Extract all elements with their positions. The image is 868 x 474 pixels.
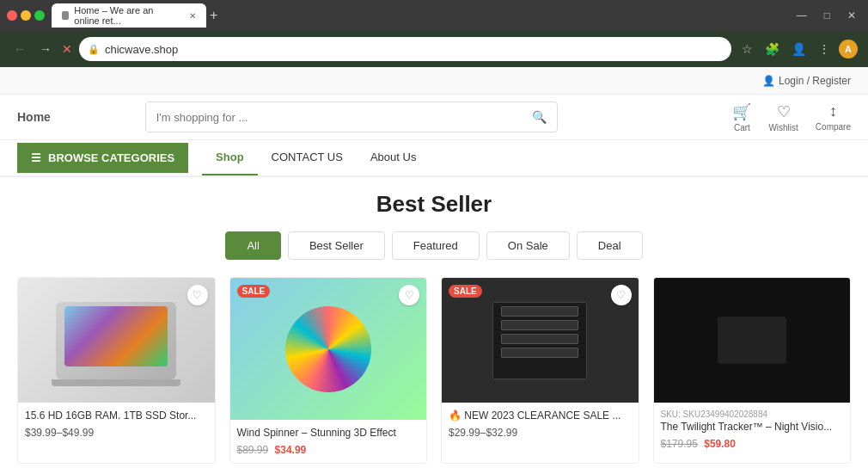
product-wishlist-btn-chest[interactable]: ♡ xyxy=(611,285,632,305)
browse-categories-button[interactable]: ☰ BROWSE CATEGORIES xyxy=(17,143,188,173)
site-header: Home 🔍 🛒 Cart ♡ Wishlist ↕ Compare xyxy=(0,95,868,140)
search-icon[interactable]: 🔍 xyxy=(532,110,547,124)
page-content: 👤 Login / Register Home 🔍 🛒 Cart ♡ Wishl… xyxy=(0,67,868,474)
tab-close-btn[interactable]: ✕ xyxy=(189,11,196,21)
product-image-laptop xyxy=(18,278,215,403)
product-wishlist-btn-spinner[interactable]: ♡ xyxy=(399,285,419,305)
browser-chrome: Home – We are an online ret... ✕ + — □ ✕ xyxy=(0,0,868,31)
product-name-spinner: Wind Spinner – Stunning 3D Effect xyxy=(237,427,420,440)
product-info-night: SKU: SKU23499402028884 The Twilight Trac… xyxy=(654,403,851,457)
compare-label: Compare xyxy=(816,122,851,132)
nav-link-about[interactable]: About Us xyxy=(357,140,430,175)
price-range-chest: $29.99–$32.99 xyxy=(449,427,517,439)
new-tab-button[interactable]: + xyxy=(210,8,217,23)
product-name-chest: 🔥 NEW 2023 CLEARANCE SALE ... xyxy=(449,409,632,423)
chest-drawer-1 xyxy=(501,306,578,317)
forward-button[interactable]: → xyxy=(36,39,55,59)
tab-favicon xyxy=(62,11,69,20)
tab-bar: Home – We are an online ret... ✕ + xyxy=(52,3,785,28)
product-wishlist-btn-laptop[interactable]: ♡ xyxy=(187,285,208,305)
night-device-shape xyxy=(718,317,786,364)
product-badge-spinner: SALE xyxy=(237,285,271,298)
filter-tab-deal[interactable]: Deal xyxy=(577,231,643,260)
url-text: chicwave.shop xyxy=(105,43,723,56)
nav-link-contact[interactable]: CONTACT US xyxy=(258,140,357,175)
reload-button[interactable]: ✕ xyxy=(62,42,72,56)
laptop-shape xyxy=(56,302,176,379)
bookmark-btn[interactable]: ☆ xyxy=(738,39,756,59)
profile-btn[interactable]: 👤 xyxy=(788,39,810,59)
original-price-night: $179.95 xyxy=(661,438,698,450)
laptop-screen xyxy=(64,306,168,366)
nav-bar: ☰ BROWSE CATEGORIES Shop CONTACT US Abou… xyxy=(0,140,868,177)
product-grid: ♡ 15.6 HD 16GB RAM. 1TB SSD Stor... $39.… xyxy=(17,277,851,464)
filter-tab-best-seller[interactable]: Best Seller xyxy=(288,231,385,260)
search-input[interactable] xyxy=(156,111,525,124)
browser-action-buttons: ☆ 🧩 👤 ⋮ A xyxy=(738,39,858,59)
login-register-link[interactable]: 👤 Login / Register xyxy=(762,75,851,87)
browser-window-controls xyxy=(7,10,45,21)
wishlist-action[interactable]: ♡ Wishlist xyxy=(768,102,798,132)
product-price-laptop: $39.99–$49.99 xyxy=(25,427,208,439)
address-bar: ← → ✕ 🔒 chicwave.shop ☆ 🧩 👤 ⋮ A xyxy=(0,31,868,67)
active-tab[interactable]: Home – We are an online ret... ✕ xyxy=(52,3,206,28)
product-price-night: $179.95 $59.80 xyxy=(661,438,844,450)
product-price-spinner: $89.99 $34.99 xyxy=(237,444,420,456)
url-bar[interactable]: 🔒 chicwave.shop xyxy=(79,37,731,61)
product-price-chest: $29.99–$32.99 xyxy=(449,427,632,439)
back-button[interactable]: ← xyxy=(10,39,29,59)
user-avatar[interactable]: A xyxy=(839,40,858,58)
product-sku-night: SKU: SKU23499402028884 xyxy=(661,409,844,419)
nav-links: Shop CONTACT US About Us xyxy=(202,140,430,175)
win-minimize[interactable]: — xyxy=(792,8,812,23)
tab-title: Home – We are an online ret... xyxy=(74,5,180,26)
compare-icon: ↕ xyxy=(829,102,837,120)
wishlist-icon: ♡ xyxy=(777,102,791,121)
hamburger-icon: ☰ xyxy=(31,151,41,164)
login-register-label: Login / Register xyxy=(779,75,851,87)
top-bar: 👤 Login / Register xyxy=(0,67,868,95)
os-window-controls: — □ ✕ xyxy=(792,8,861,23)
cart-icon: 🛒 xyxy=(732,102,751,121)
window-maximize-btn[interactable] xyxy=(34,10,45,21)
main-content: Best Seller All Best Seller Featured On … xyxy=(0,177,868,474)
browse-categories-label: BROWSE CATEGORIES xyxy=(48,151,174,164)
url-security-icon: 🔒 xyxy=(88,44,100,55)
laptop-base xyxy=(52,379,180,386)
product-name-night: The Twilight Tracker™ – Night Visio... xyxy=(661,421,844,434)
wishlist-label: Wishlist xyxy=(768,123,798,132)
nav-link-shop[interactable]: Shop xyxy=(202,140,258,175)
product-card-spinner[interactable]: SALE ♡ Wind Spinner – Stunning 3D Effect… xyxy=(229,277,428,464)
compare-action[interactable]: ↕ Compare xyxy=(816,102,851,132)
product-card-night[interactable]: -67% SKU: SKU23499402028884 The Twilight… xyxy=(653,277,852,464)
filter-tabs: All Best Seller Featured On Sale Deal xyxy=(17,231,851,260)
chest-shape xyxy=(492,302,587,379)
window-close-btn[interactable] xyxy=(7,10,17,21)
sale-price-spinner: $34.99 xyxy=(275,444,307,456)
filter-tab-all[interactable]: All xyxy=(225,231,280,260)
filter-tab-featured[interactable]: Featured xyxy=(392,231,480,260)
chest-drawer-4 xyxy=(501,348,578,358)
spinner-circle xyxy=(285,306,371,392)
extensions-btn[interactable]: 🧩 xyxy=(761,39,783,59)
original-price-spinner: $89.99 xyxy=(237,444,269,456)
settings-btn[interactable]: ⋮ xyxy=(815,39,834,59)
filter-tab-on-sale[interactable]: On Sale xyxy=(486,231,570,260)
cart-action[interactable]: 🛒 Cart xyxy=(732,102,751,132)
product-info-spinner: Wind Spinner – Stunning 3D Effect $89.99… xyxy=(230,420,427,463)
site-logo[interactable]: Home xyxy=(17,110,51,124)
product-info-chest: 🔥 NEW 2023 CLEARANCE SALE ... $29.99–$32… xyxy=(442,403,639,446)
section-title: Best Seller xyxy=(17,191,851,218)
product-badge-chest: SALE xyxy=(449,285,482,298)
win-maximize[interactable]: □ xyxy=(819,8,835,23)
window-minimize-btn[interactable] xyxy=(21,10,31,21)
cart-label: Cart xyxy=(734,123,750,132)
header-actions: 🛒 Cart ♡ Wishlist ↕ Compare xyxy=(732,102,851,132)
search-bar[interactable]: 🔍 xyxy=(145,102,558,132)
product-card-chest[interactable]: SALE ♡ 🔥 NEW 2023 CLEARANCE SALE ... $29… xyxy=(441,277,639,464)
win-close[interactable]: ✕ xyxy=(842,8,861,23)
chest-drawer-2 xyxy=(501,320,578,330)
chest-drawer-3 xyxy=(501,334,578,344)
sale-price-night: $59.80 xyxy=(704,438,736,450)
product-card-laptop[interactable]: ♡ 15.6 HD 16GB RAM. 1TB SSD Stor... $39.… xyxy=(17,277,216,464)
